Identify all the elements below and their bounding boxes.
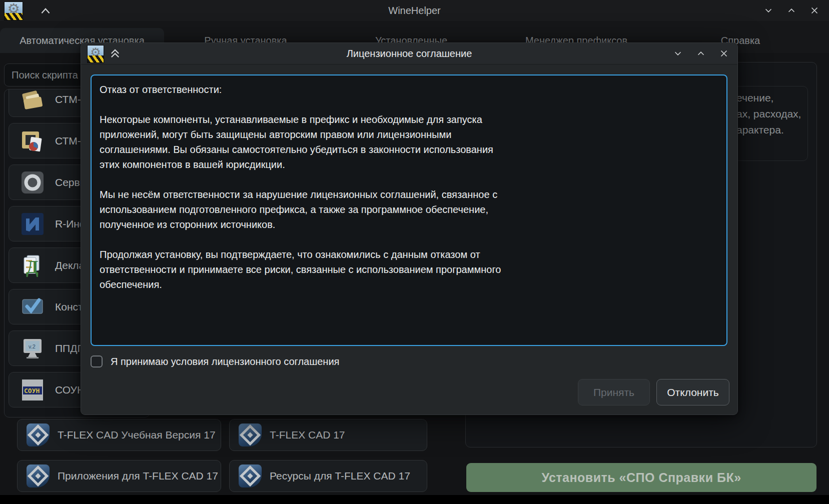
accept-button[interactable]: Принять <box>578 379 650 406</box>
close-icon <box>718 48 729 59</box>
grey-ring-icon <box>20 170 45 195</box>
description-text-fragment: ах, расходах, <box>736 108 801 120</box>
frame-report-icon <box>20 128 45 154</box>
monitor-checkmark-icon <box>20 294 45 320</box>
decline-button[interactable]: Отклонить <box>656 379 729 406</box>
script-button-tflex-resources[interactable]: Ресурсы для T-FLEX CAD 17 <box>229 460 427 492</box>
window-title: WineHelper <box>0 0 829 21</box>
chevron-down-icon <box>672 48 683 59</box>
winehelper-window: ⚙ WineHelper Автоматическая установка Ру… <box>0 0 829 504</box>
license-agreement-dialog: ⚙ Лицензионное соглашение <box>81 42 738 415</box>
close-icon <box>809 5 820 16</box>
dialog-minimize-button[interactable] <box>672 48 683 59</box>
svg-text:Д: Д <box>26 257 39 277</box>
svg-text:СОУН: СОУН <box>24 387 40 394</box>
dialog-titlebar: ⚙ Лицензионное соглашение <box>81 43 737 64</box>
dialog-title: Лицензионное соглашение <box>81 43 737 64</box>
list-item-label: ППДГ <box>55 342 83 354</box>
license-text-area[interactable]: Отказ от ответственности: Некоторые комп… <box>91 74 727 346</box>
dialog-maximize-button[interactable] <box>695 48 706 59</box>
chevron-down-icon <box>763 5 774 16</box>
script-button-label: Приложения для T-FLEX CAD 17 <box>58 470 218 482</box>
monitor-v2-icon: v.2 <box>20 336 45 361</box>
chevron-up-icon <box>786 5 797 16</box>
script-button-tflex-edu[interactable]: T-FLEX CAD Учебная Версия 17 <box>17 419 221 451</box>
script-button-tflex-cad-17[interactable]: T-FLEX CAD 17 <box>229 419 427 451</box>
accept-terms-label: Я принимаю условия лицензионного соглаше… <box>111 356 339 368</box>
blue-letter-i-icon <box>20 212 45 236</box>
chevron-up-icon <box>695 48 706 59</box>
maximize-button[interactable] <box>786 5 797 16</box>
svg-text:v.2: v.2 <box>29 344 36 350</box>
script-button-label: T-FLEX CAD 17 <box>270 429 345 441</box>
install-spo-spravki-bk-button[interactable]: Установить «СПО Справки БК» <box>466 463 816 492</box>
close-button[interactable] <box>809 5 820 16</box>
tflex-cad-icon <box>239 424 262 446</box>
description-text-fragment: ечение, <box>736 92 773 104</box>
dialog-close-button[interactable] <box>718 48 729 59</box>
folder-documents-icon <box>20 89 45 112</box>
tflex-cad-icon <box>27 424 50 446</box>
list-item-label: Конст <box>55 301 83 313</box>
script-button-label: T-FLEX CAD Учебная Версия 17 <box>58 429 216 441</box>
soun-logo-icon: СОУН <box>20 378 45 402</box>
tflex-cad-icon <box>27 464 50 488</box>
install-button-label: Установить «СПО Справки БК» <box>541 470 741 485</box>
accept-terms-checkbox[interactable] <box>91 356 103 368</box>
minimize-button[interactable] <box>763 5 774 16</box>
description-text-fragment: арактера. <box>736 124 784 136</box>
bottom-black-bar <box>0 495 829 504</box>
green-d-documents-icon: Д <box>20 253 45 278</box>
main-titlebar: ⚙ WineHelper <box>0 0 829 21</box>
license-text: Отказ от ответственности: Некоторые комп… <box>100 82 718 292</box>
tflex-cad-icon <box>239 464 262 488</box>
script-button-label: Ресурсы для T-FLEX CAD 17 <box>270 470 410 482</box>
script-button-tflex-apps[interactable]: Приложения для T-FLEX CAD 17 <box>17 460 221 492</box>
